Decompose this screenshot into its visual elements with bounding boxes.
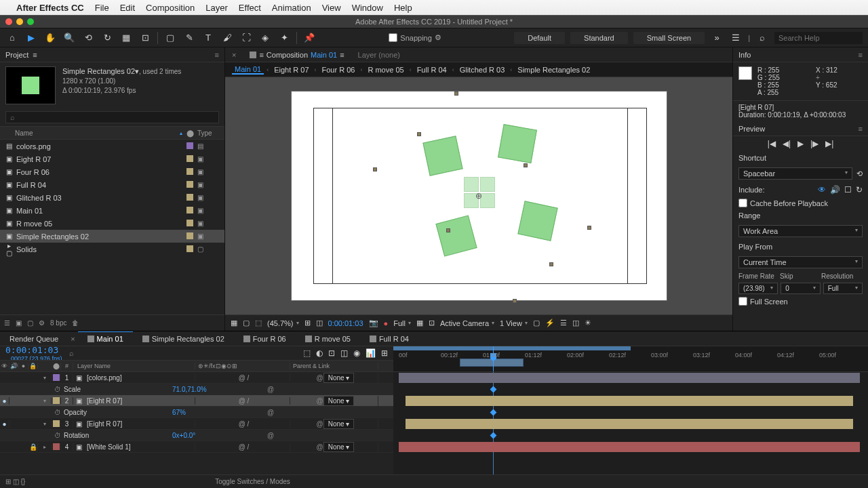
menu-help[interactable]: Help: [394, 3, 412, 13]
comp-flow-item[interactable]: Glitched R 03: [457, 66, 508, 74]
fast-preview-icon[interactable]: ⚡: [545, 319, 555, 327]
channel-icon[interactable]: ●: [384, 319, 389, 327]
view-layout-dropdown[interactable]: 1 View: [500, 319, 528, 327]
proj-interpret-icon[interactable]: ☰: [4, 319, 10, 327]
menu-composition[interactable]: Composition: [146, 3, 195, 13]
text-tool-icon[interactable]: T: [201, 31, 215, 45]
brush-tool-icon[interactable]: 🖌: [220, 31, 234, 45]
play-icon[interactable]: ▶: [797, 139, 804, 148]
menu-file[interactable]: File: [95, 3, 109, 13]
comp-flow-item[interactable]: R move 05: [365, 66, 406, 74]
cache-checkbox[interactable]: Cache Before Playback: [733, 197, 868, 209]
layer-bar[interactable]: [399, 442, 860, 452]
project-item[interactable]: ▣Glitched R 03▣: [0, 191, 224, 204]
tl-motion-blur-icon[interactable]: ◉: [353, 348, 360, 358]
shortcut-dropdown[interactable]: Spacebar: [738, 167, 852, 180]
snapping-checkbox[interactable]: Snapping ⚙: [389, 33, 441, 42]
workspace-menu-icon[interactable]: ☰: [729, 31, 743, 45]
comp-tab-main[interactable]: ≡ Composition Main 01 ≡: [243, 47, 351, 62]
skip-dropdown[interactable]: 0: [781, 283, 820, 294]
comp-tab-close[interactable]: ×: [225, 47, 243, 62]
resolution-dropdown[interactable]: Full: [393, 319, 411, 327]
include-overlay-icon[interactable]: ☐: [844, 185, 852, 195]
preview-res-dropdown[interactable]: Full: [823, 283, 863, 294]
workspace-standard[interactable]: Standard: [570, 32, 628, 44]
menu-animation[interactable]: Animation: [272, 3, 311, 13]
zoom-dropdown[interactable]: (45.7%): [267, 319, 299, 327]
timeline-layer[interactable]: ▾ 1 ▣[colors.png] @ / @ None ▾: [0, 372, 393, 384]
layer-property[interactable]: ⏱Opacity67%@: [0, 407, 393, 418]
playfrom-dropdown[interactable]: Current Time: [738, 256, 863, 268]
roi-icon[interactable]: ◫: [316, 319, 323, 327]
project-item[interactable]: ▸ ▢Solids▢: [0, 243, 224, 256]
layer-tab[interactable]: Layer (none): [351, 47, 407, 62]
zoom-tool-icon[interactable]: 🔍: [62, 31, 76, 45]
pan-behind-tool-icon[interactable]: ⊡: [138, 31, 152, 45]
layer-bar[interactable]: [406, 419, 853, 429]
rectangle-tool-icon[interactable]: ▢: [163, 31, 177, 45]
project-item[interactable]: ▣R move 05▣: [0, 217, 224, 230]
range-dropdown[interactable]: Work Area: [738, 225, 863, 237]
comp-flow-item[interactable]: Four R 06: [319, 66, 358, 74]
info-menu-icon[interactable]: ≡: [859, 51, 863, 59]
menu-view[interactable]: View: [322, 3, 341, 13]
minimize-window-button[interactable]: [16, 18, 23, 25]
loop-icon[interactable]: ↻: [856, 185, 863, 195]
timeline-layer[interactable]: ● ▾ 3 ▣[Eight R 07] @ / @ None ▾: [0, 418, 393, 430]
layer-property[interactable]: ⏱Scale71.0,71.0%@: [0, 384, 393, 395]
close-window-button[interactable]: [5, 18, 12, 25]
project-item[interactable]: ▣Four R 06▣: [0, 165, 224, 178]
composition-viewer[interactable]: ⊕: [225, 77, 732, 314]
tl-comp-mini-icon[interactable]: ⬚: [303, 348, 311, 358]
include-video-icon[interactable]: 👁: [818, 185, 826, 195]
project-col-label[interactable]: ⬤: [182, 129, 197, 137]
prev-frame-icon[interactable]: ◀|: [783, 139, 791, 148]
workspace-default[interactable]: Default: [514, 32, 565, 44]
timeline-icon[interactable]: ☰: [560, 319, 567, 327]
fullscreen-checkbox[interactable]: Full Screen: [733, 296, 868, 307]
project-item[interactable]: ▣Main 01▣: [0, 204, 224, 217]
include-audio-icon[interactable]: 🔊: [830, 185, 840, 195]
timeline-tab-simple[interactable]: Simple Rectangles 02: [133, 331, 234, 346]
panel-tab-menu-icon[interactable]: ≡: [33, 51, 37, 59]
project-col-type[interactable]: Type: [197, 129, 224, 137]
menu-edit[interactable]: Edit: [120, 3, 135, 13]
render-queue-tab[interactable]: Render Queue: [0, 331, 68, 346]
rotation-tool-icon[interactable]: ↻: [100, 31, 114, 45]
proj-bpc[interactable]: 8 bpc: [50, 319, 66, 327]
selection-tool-icon[interactable]: ▶: [24, 31, 38, 45]
last-frame-icon[interactable]: ▶|: [825, 139, 833, 148]
camera-dropdown[interactable]: Active Camera: [440, 319, 494, 327]
layer-bar[interactable]: [399, 373, 860, 383]
project-item[interactable]: ▣Eight R 07▣: [0, 152, 224, 165]
menu-effect[interactable]: Effect: [239, 3, 261, 13]
workspace-small-screen[interactable]: Small Screen: [633, 32, 705, 44]
search-help-input[interactable]: [774, 32, 863, 44]
timeline-layer[interactable]: 🔒 ▸ 4 ▣[White Solid 1] @ / @ None ▾: [0, 441, 393, 453]
roto-tool-icon[interactable]: ✦: [277, 31, 291, 45]
exposure-icon[interactable]: ☀: [585, 319, 591, 327]
clone-tool-icon[interactable]: ⛶: [239, 31, 253, 45]
timeline-tab-four[interactable]: Four R 06: [234, 331, 296, 346]
timeline-tab-main01[interactable]: Main 01: [78, 331, 133, 346]
3d-icon[interactable]: ⬚: [255, 319, 262, 327]
comp-flow-icon[interactable]: ◫: [572, 319, 579, 327]
viewer-timecode[interactable]: 0:00:01:03: [328, 319, 363, 327]
proj-settings-icon[interactable]: ⚙: [39, 319, 45, 327]
menu-layer[interactable]: Layer: [205, 3, 228, 13]
app-menu[interactable]: After Effects CC: [16, 3, 84, 13]
layer-property[interactable]: ⏱Rotation0x+0.0°@: [0, 430, 393, 441]
tl-shy-icon[interactable]: ◐: [316, 348, 323, 358]
tl-toggle-switch-icon[interactable]: ⊞ ◫ {}: [5, 478, 25, 485]
eraser-tool-icon[interactable]: ◈: [258, 31, 272, 45]
project-search-input[interactable]: [5, 111, 219, 123]
tl-frame-blend-icon[interactable]: ◫: [340, 348, 348, 358]
comp-flow-item[interactable]: Simple Rectangles 02: [515, 66, 593, 74]
more-workspaces-icon[interactable]: »: [710, 31, 724, 45]
grid-icon[interactable]: ▦: [231, 319, 237, 327]
fullscreen-window-button[interactable]: [27, 18, 34, 25]
tl-graph-icon[interactable]: 📊: [366, 348, 376, 358]
resolution-icon[interactable]: ⊞: [304, 319, 311, 327]
timeline-timecode[interactable]: 0:00:01:03: [5, 345, 62, 355]
proj-new-comp-icon[interactable]: ▢: [27, 319, 33, 327]
